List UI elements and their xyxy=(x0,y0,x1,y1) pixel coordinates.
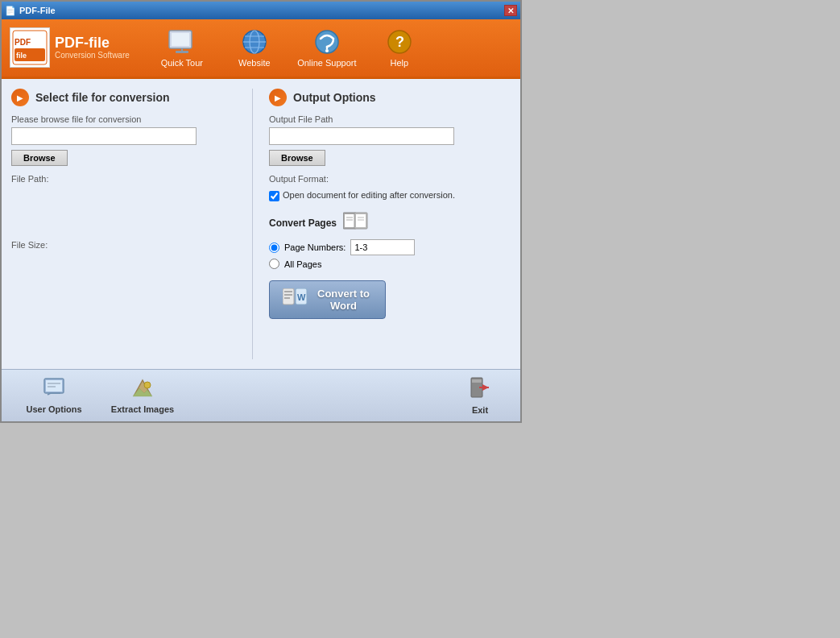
exit-icon xyxy=(470,376,490,404)
user-options-icon xyxy=(43,377,65,403)
page-numbers-row: Page Numbers: xyxy=(269,239,511,255)
output-path-input[interactable] xyxy=(269,127,454,145)
logo-icon: PDF file xyxy=(10,27,50,68)
left-play-icon: ▶ xyxy=(11,89,29,106)
close-button[interactable]: ✕ xyxy=(504,5,517,16)
svg-rect-5 xyxy=(172,33,189,46)
file-size-label: File Size: xyxy=(11,240,241,250)
help-button[interactable]: ? Help xyxy=(363,24,436,71)
extract-images-button[interactable]: Extract Images xyxy=(98,374,187,417)
svg-text:?: ? xyxy=(395,34,404,50)
bottom-bar: User Options Extract Images xyxy=(2,369,520,421)
browse-hint-label: Please browse file for conversion xyxy=(11,114,241,124)
svg-rect-28 xyxy=(284,297,290,299)
website-button[interactable]: Website xyxy=(218,24,291,71)
open-doc-checkbox[interactable] xyxy=(269,191,279,201)
right-section-header: ▶ Output Options xyxy=(269,89,511,106)
help-icon: ? xyxy=(383,27,416,56)
file-path-input[interactable] xyxy=(11,127,197,145)
extract-images-label: Extract Images xyxy=(111,404,174,414)
svg-rect-18 xyxy=(345,214,354,227)
title-text: PDF-File xyxy=(19,6,56,15)
logo-text: PDF-file Conversion Software xyxy=(55,35,130,60)
svg-rect-40 xyxy=(472,379,482,383)
convert-pages-header: Convert Pages xyxy=(269,211,511,234)
svg-text:PDF: PDF xyxy=(14,38,31,47)
svg-rect-7 xyxy=(176,51,188,53)
svg-text:file: file xyxy=(16,52,27,60)
svg-rect-32 xyxy=(46,380,62,392)
all-pages-radio[interactable] xyxy=(269,259,279,269)
online-support-icon xyxy=(311,27,343,56)
online-support-button[interactable]: Online Support xyxy=(291,24,363,71)
page-numbers-input[interactable] xyxy=(350,239,415,255)
left-section-header: ▶ Select file for conversion xyxy=(11,89,241,106)
quick-tour-icon xyxy=(166,27,198,56)
svg-point-14 xyxy=(325,49,329,52)
output-format-row: Output Format: xyxy=(269,174,511,184)
right-play-icon: ▶ xyxy=(269,89,287,106)
user-options-button[interactable]: User Options xyxy=(10,374,98,417)
svg-rect-26 xyxy=(284,291,292,292)
logo-name: PDF-file xyxy=(55,35,130,52)
quick-tour-label: Quick Tour xyxy=(161,58,203,68)
help-label: Help xyxy=(391,58,409,68)
convert-icon: W xyxy=(283,288,308,312)
svg-text:W: W xyxy=(297,292,306,302)
main-content: ▶ Select file for conversion Please brow… xyxy=(2,79,520,369)
user-options-label: User Options xyxy=(26,404,81,414)
left-browse-button[interactable]: Browse xyxy=(11,150,68,166)
logo-subtitle: Conversion Software xyxy=(55,51,130,60)
app-window: 📄 PDF-File ✕ PDF file PDF-file Conversio… xyxy=(0,0,522,423)
exit-button[interactable]: Exit xyxy=(448,373,512,418)
right-section-title: Output Options xyxy=(293,91,376,104)
logo-area: PDF file PDF-file Conversion Software xyxy=(10,27,130,68)
output-format-label: Output Format: xyxy=(269,174,329,184)
website-label: Website xyxy=(238,58,271,68)
all-pages-label: All Pages xyxy=(284,259,321,269)
website-icon xyxy=(238,27,271,56)
convert-btn-label: Convert to Word xyxy=(315,288,372,312)
convert-to-word-button[interactable]: W Convert to Word xyxy=(269,280,386,319)
right-browse-button[interactable]: Browse xyxy=(269,150,325,166)
header-toolbar: PDF file PDF-file Conversion Software Qu xyxy=(2,19,520,76)
title-icon: 📄 xyxy=(5,6,16,16)
right-panel: ▶ Output Options Output File Path Browse… xyxy=(261,89,511,359)
left-section-title: Select file for conversion xyxy=(35,91,170,104)
title-bar-left: 📄 PDF-File xyxy=(5,6,56,16)
left-panel: ▶ Select file for conversion Please brow… xyxy=(11,89,253,359)
pages-icon xyxy=(343,211,375,234)
open-doc-row: Open document for editing after conversi… xyxy=(269,190,511,201)
svg-rect-27 xyxy=(284,294,292,296)
exit-label: Exit xyxy=(472,405,488,415)
quick-tour-button[interactable]: Quick Tour xyxy=(146,24,218,71)
page-numbers-radio[interactable] xyxy=(269,242,279,253)
page-numbers-label: Page Numbers: xyxy=(284,242,346,252)
title-bar: 📄 PDF-File ✕ xyxy=(2,2,520,19)
file-path-label: File Path: xyxy=(11,174,241,184)
online-support-label: Online Support xyxy=(297,58,356,68)
all-pages-row: All Pages xyxy=(269,259,511,269)
output-file-path-label: Output File Path xyxy=(269,114,511,124)
extract-images-icon xyxy=(131,377,154,403)
svg-point-36 xyxy=(144,382,151,388)
open-doc-label: Open document for editing after conversi… xyxy=(283,190,455,200)
svg-rect-22 xyxy=(356,214,366,227)
convert-pages-label: Convert Pages xyxy=(269,218,337,229)
